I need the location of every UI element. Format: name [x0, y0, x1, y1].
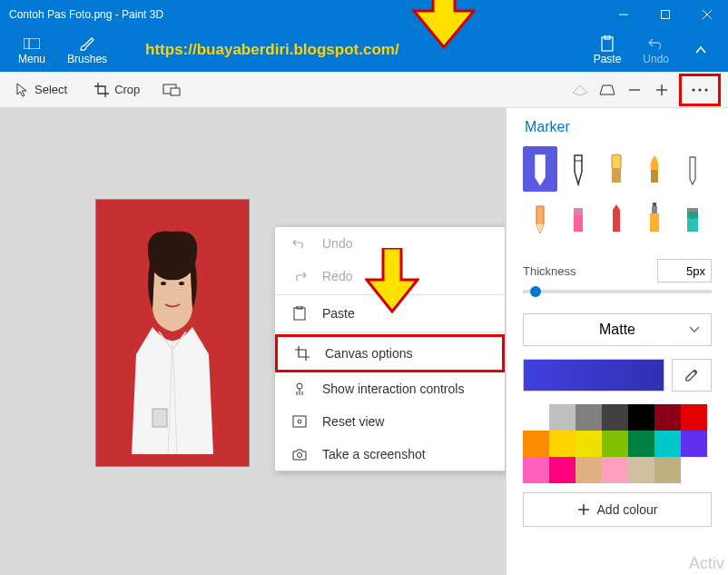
- crop-label: Crop: [114, 83, 140, 96]
- color-swatch[interactable]: [523, 431, 549, 457]
- select-tool[interactable]: Select: [7, 77, 76, 103]
- color-swatch[interactable]: [576, 457, 602, 483]
- ctx-interaction-label: Show interaction controls: [322, 382, 464, 396]
- brush-pencil[interactable]: [523, 195, 557, 241]
- color-swatch[interactable]: [602, 457, 628, 483]
- plus-icon: [577, 503, 590, 516]
- color-swatch[interactable]: [628, 404, 654, 431]
- ctx-screenshot[interactable]: Take a screenshot: [275, 438, 505, 471]
- svg-point-16: [161, 282, 166, 285]
- canvas-area[interactable]: Undo Redo Paste Canvas options Show inte…: [0, 108, 506, 575]
- color-swatch[interactable]: [654, 457, 681, 483]
- thickness-input[interactable]: [657, 259, 712, 283]
- color-swatch[interactable]: [523, 404, 549, 431]
- color-palette: [523, 404, 712, 483]
- slider-thumb[interactable]: [530, 286, 541, 297]
- sidebar-title: Marker: [525, 119, 712, 135]
- color-swatch[interactable]: [549, 404, 576, 431]
- ctx-redo-label: Redo: [322, 269, 352, 283]
- ctx-interaction[interactable]: Show interaction controls: [275, 372, 505, 405]
- color-swatch[interactable]: [602, 404, 628, 431]
- color-swatch[interactable]: [549, 431, 576, 457]
- select-label: Select: [34, 83, 67, 96]
- canvas-image[interactable]: [95, 199, 250, 467]
- undo-icon: [648, 35, 664, 53]
- close-button[interactable]: [686, 0, 728, 28]
- undo-label: Undo: [643, 53, 669, 65]
- menu-button[interactable]: Menu: [7, 31, 56, 69]
- brush-eraser[interactable]: [561, 195, 595, 241]
- redo-icon: [291, 271, 308, 282]
- thickness-slider[interactable]: [523, 290, 712, 293]
- minimize-button[interactable]: [603, 0, 644, 28]
- crop-tool[interactable]: Crop: [85, 77, 149, 103]
- brush-icon: [78, 35, 96, 53]
- magic-select-tool[interactable]: [158, 76, 185, 104]
- brush-fill[interactable]: [675, 195, 710, 241]
- svg-rect-18: [152, 409, 167, 427]
- menu-icon: [24, 35, 40, 53]
- brush-pixel[interactable]: [675, 146, 710, 192]
- undo-button[interactable]: Undo: [632, 31, 680, 69]
- chevron-up-icon: [694, 45, 707, 55]
- add-color-button[interactable]: Add colour: [523, 492, 712, 527]
- brush-oil[interactable]: [599, 146, 634, 192]
- toolbar: Select Crop: [0, 72, 728, 108]
- brush-crayon[interactable]: [599, 195, 634, 241]
- color-swatch[interactable]: [523, 457, 549, 483]
- color-swatch[interactable]: [654, 431, 681, 457]
- eyedropper-button[interactable]: [672, 359, 712, 392]
- svg-rect-27: [651, 170, 658, 183]
- svg-rect-29: [574, 215, 583, 232]
- 3d-view-tool[interactable]: [566, 76, 594, 104]
- current-color[interactable]: [523, 359, 664, 392]
- brush-spray[interactable]: [637, 195, 672, 241]
- paste-button[interactable]: Paste: [583, 31, 633, 69]
- svg-rect-26: [612, 168, 621, 183]
- color-swatch[interactable]: [576, 404, 602, 431]
- window-controls: [603, 0, 728, 28]
- color-swatch[interactable]: [681, 404, 707, 431]
- color-swatch[interactable]: [654, 404, 681, 431]
- svg-point-24: [298, 452, 302, 457]
- activate-watermark: Activ: [689, 554, 724, 573]
- svg-point-23: [298, 420, 301, 423]
- brushes-button[interactable]: Brushes: [56, 31, 118, 69]
- paste-icon: [291, 306, 308, 321]
- more-options-button[interactable]: [679, 74, 721, 106]
- svg-point-14: [699, 88, 702, 91]
- brushes-label: Brushes: [67, 53, 107, 65]
- svg-rect-34: [687, 208, 698, 212]
- zoom-in-tool[interactable]: [648, 76, 675, 104]
- svg-rect-31: [652, 206, 657, 213]
- expand-ribbon-button[interactable]: [680, 31, 721, 69]
- zoom-out-tool[interactable]: [621, 76, 648, 104]
- cursor-icon: [16, 83, 29, 97]
- color-swatch[interactable]: [628, 431, 654, 457]
- brush-grid: [523, 146, 712, 241]
- undo-icon: [291, 238, 308, 249]
- menu-label: Menu: [18, 53, 45, 65]
- crop-icon: [94, 83, 109, 97]
- color-swatch[interactable]: [628, 457, 654, 483]
- brush-watercolor[interactable]: [637, 146, 672, 192]
- annotation-arrow-icon: [365, 248, 419, 313]
- svg-rect-32: [653, 203, 656, 206]
- color-swatch[interactable]: [602, 431, 628, 457]
- maximize-button[interactable]: [644, 0, 686, 28]
- brush-marker[interactable]: [523, 146, 557, 192]
- finish-select[interactable]: Matte: [523, 313, 712, 346]
- ctx-reset-view[interactable]: Reset view: [275, 405, 505, 438]
- touch-icon: [291, 382, 308, 396]
- perspective-tool[interactable]: [594, 76, 621, 104]
- watermark-text: https://buayaberdiri.blogspot.com/: [145, 41, 399, 59]
- brush-calligraphy[interactable]: [561, 146, 595, 192]
- color-swatch[interactable]: [681, 431, 707, 457]
- color-swatch[interactable]: [549, 457, 576, 483]
- svg-point-13: [693, 88, 695, 91]
- color-swatch[interactable]: [576, 431, 602, 457]
- paste-label: Paste: [594, 53, 622, 65]
- ctx-canvas-options[interactable]: Canvas options: [275, 334, 505, 372]
- ctx-screenshot-label: Take a screenshot: [322, 447, 426, 461]
- svg-point-15: [705, 88, 708, 91]
